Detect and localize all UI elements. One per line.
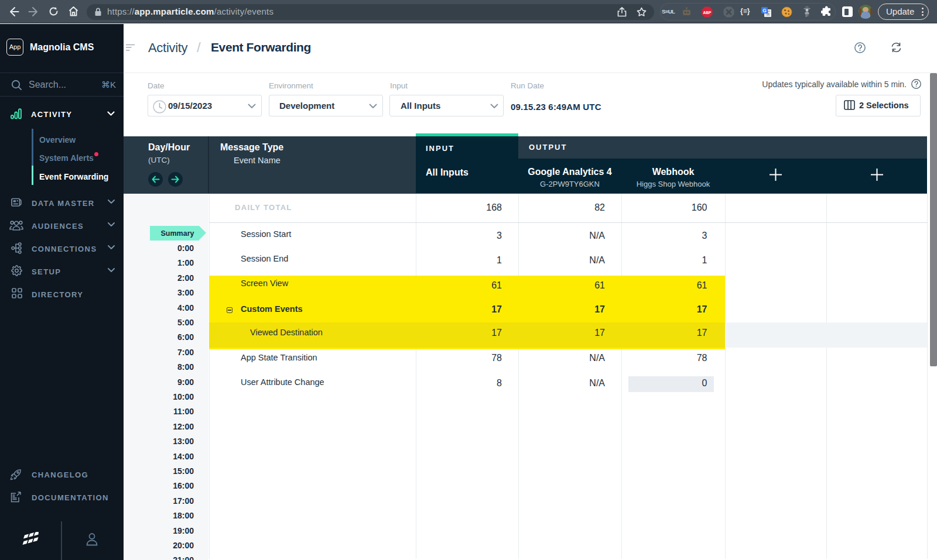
svg-text:G: G	[762, 8, 767, 13]
svg-text:ABP: ABP	[703, 11, 712, 15]
